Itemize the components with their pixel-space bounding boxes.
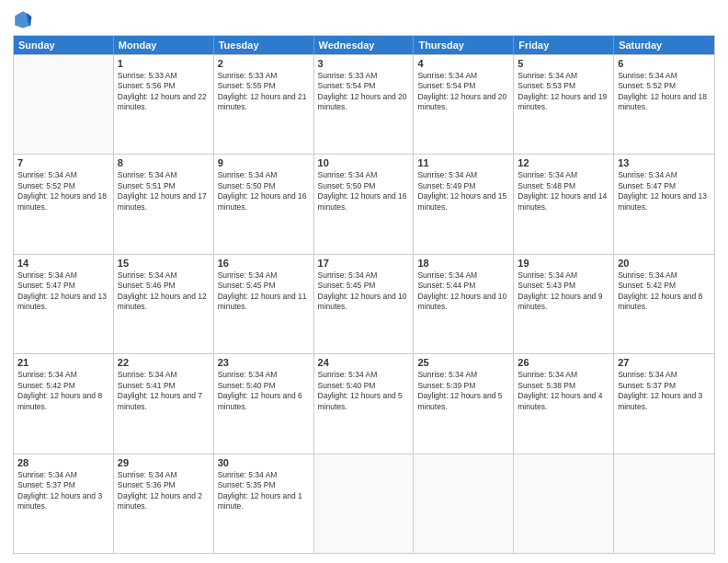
calendar-row-2: 7Sunrise: 5:34 AM Sunset: 5:52 PM Daylig… [14, 154, 714, 253]
day-number: 5 [518, 58, 609, 69]
calendar-cell [614, 454, 714, 553]
cell-info: Sunrise: 5:34 AM Sunset: 5:39 PM Dayligh… [417, 370, 509, 412]
day-number: 10 [318, 157, 410, 168]
calendar-cell: 4Sunrise: 5:34 AM Sunset: 5:54 PM Daylig… [414, 55, 514, 154]
cell-info: Sunrise: 5:34 AM Sunset: 5:40 PM Dayligh… [318, 370, 410, 412]
calendar-cell: 9Sunrise: 5:34 AM Sunset: 5:50 PM Daylig… [214, 155, 314, 253]
header [13, 9, 715, 29]
cell-info: Sunrise: 5:34 AM Sunset: 5:50 PM Dayligh… [218, 170, 310, 213]
day-number: 6 [618, 58, 711, 69]
cell-info: Sunrise: 5:34 AM Sunset: 5:42 PM Dayligh… [17, 370, 109, 412]
calendar-cell: 14Sunrise: 5:34 AM Sunset: 5:47 PM Dayli… [14, 255, 114, 353]
cell-info: Sunrise: 5:34 AM Sunset: 5:54 PM Dayligh… [417, 71, 509, 113]
calendar-cell: 7Sunrise: 5:34 AM Sunset: 5:52 PM Daylig… [14, 155, 114, 253]
calendar-cell: 19Sunrise: 5:34 AM Sunset: 5:43 PM Dayli… [514, 255, 614, 353]
calendar-cell: 16Sunrise: 5:34 AM Sunset: 5:45 PM Dayli… [214, 255, 314, 353]
calendar-cell: 25Sunrise: 5:34 AM Sunset: 5:39 PM Dayli… [414, 354, 514, 453]
day-number: 26 [518, 357, 609, 368]
day-number: 28 [17, 457, 109, 468]
calendar-cell [414, 454, 514, 553]
day-number: 21 [17, 357, 109, 368]
calendar-cell: 18Sunrise: 5:34 AM Sunset: 5:44 PM Dayli… [414, 255, 514, 353]
calendar-cell [314, 454, 415, 553]
calendar-row-3: 14Sunrise: 5:34 AM Sunset: 5:47 PM Dayli… [14, 254, 714, 353]
day-number: 30 [218, 457, 310, 468]
cell-info: Sunrise: 5:34 AM Sunset: 5:37 PM Dayligh… [17, 470, 109, 512]
day-number: 29 [118, 457, 210, 468]
day-number: 13 [618, 157, 711, 168]
day-number: 7 [17, 157, 109, 168]
calendar-cell: 1Sunrise: 5:33 AM Sunset: 5:56 PM Daylig… [114, 55, 214, 154]
day-number: 25 [417, 357, 509, 368]
cell-info: Sunrise: 5:34 AM Sunset: 5:41 PM Dayligh… [118, 370, 210, 412]
cell-info: Sunrise: 5:34 AM Sunset: 5:42 PM Dayligh… [618, 270, 711, 313]
calendar-cell: 13Sunrise: 5:34 AM Sunset: 5:47 PM Dayli… [614, 155, 714, 253]
day-number: 12 [518, 157, 609, 168]
calendar-cell: 20Sunrise: 5:34 AM Sunset: 5:42 PM Dayli… [614, 255, 714, 353]
calendar-cell: 26Sunrise: 5:34 AM Sunset: 5:38 PM Dayli… [514, 354, 614, 453]
calendar-row-1: 1Sunrise: 5:33 AM Sunset: 5:56 PM Daylig… [14, 54, 714, 154]
day-number: 4 [417, 58, 509, 69]
cell-info: Sunrise: 5:34 AM Sunset: 5:44 PM Dayligh… [417, 270, 509, 313]
cell-info: Sunrise: 5:34 AM Sunset: 5:53 PM Dayligh… [518, 71, 609, 113]
cell-info: Sunrise: 5:34 AM Sunset: 5:50 PM Dayligh… [318, 170, 410, 213]
cell-info: Sunrise: 5:34 AM Sunset: 5:47 PM Dayligh… [17, 270, 109, 313]
cell-info: Sunrise: 5:34 AM Sunset: 5:45 PM Dayligh… [218, 270, 310, 313]
day-number: 19 [518, 258, 609, 269]
day-number: 20 [618, 258, 711, 269]
day-number: 24 [318, 357, 410, 368]
day-number: 8 [118, 157, 210, 168]
logo-icon [13, 9, 33, 29]
calendar-cell: 28Sunrise: 5:34 AM Sunset: 5:37 PM Dayli… [14, 454, 114, 553]
cell-info: Sunrise: 5:34 AM Sunset: 5:51 PM Dayligh… [118, 170, 210, 213]
cell-info: Sunrise: 5:33 AM Sunset: 5:55 PM Dayligh… [218, 71, 310, 113]
cell-info: Sunrise: 5:34 AM Sunset: 5:38 PM Dayligh… [518, 370, 609, 412]
day-number: 14 [17, 258, 109, 269]
header-day-saturday: Saturday [614, 36, 714, 54]
day-number: 22 [118, 357, 210, 368]
calendar-cell: 21Sunrise: 5:34 AM Sunset: 5:42 PM Dayli… [14, 354, 114, 453]
header-day-wednesday: Wednesday [314, 36, 415, 54]
calendar-body: 1Sunrise: 5:33 AM Sunset: 5:56 PM Daylig… [14, 54, 714, 553]
calendar-cell: 17Sunrise: 5:34 AM Sunset: 5:45 PM Dayli… [314, 255, 415, 353]
calendar-cell: 22Sunrise: 5:34 AM Sunset: 5:41 PM Dayli… [114, 354, 214, 453]
calendar-cell: 11Sunrise: 5:34 AM Sunset: 5:49 PM Dayli… [414, 155, 514, 253]
cell-info: Sunrise: 5:34 AM Sunset: 5:35 PM Dayligh… [218, 470, 310, 512]
calendar-cell: 5Sunrise: 5:34 AM Sunset: 5:53 PM Daylig… [514, 55, 614, 154]
page: SundayMondayTuesdayWednesdayThursdayFrid… [0, 0, 728, 563]
calendar-header: SundayMondayTuesdayWednesdayThursdayFrid… [14, 36, 714, 54]
day-number: 15 [118, 258, 210, 269]
calendar-cell: 30Sunrise: 5:34 AM Sunset: 5:35 PM Dayli… [214, 454, 314, 553]
cell-info: Sunrise: 5:33 AM Sunset: 5:56 PM Dayligh… [118, 71, 210, 113]
calendar-cell: 12Sunrise: 5:34 AM Sunset: 5:48 PM Dayli… [514, 155, 614, 253]
calendar-cell: 2Sunrise: 5:33 AM Sunset: 5:55 PM Daylig… [214, 55, 314, 154]
cell-info: Sunrise: 5:34 AM Sunset: 5:48 PM Dayligh… [518, 170, 609, 213]
calendar-cell: 23Sunrise: 5:34 AM Sunset: 5:40 PM Dayli… [214, 354, 314, 453]
cell-info: Sunrise: 5:34 AM Sunset: 5:43 PM Dayligh… [518, 270, 609, 313]
calendar: SundayMondayTuesdayWednesdayThursdayFrid… [13, 35, 715, 554]
cell-info: Sunrise: 5:34 AM Sunset: 5:52 PM Dayligh… [17, 170, 109, 213]
calendar-cell: 3Sunrise: 5:33 AM Sunset: 5:54 PM Daylig… [314, 55, 415, 154]
calendar-cell: 6Sunrise: 5:34 AM Sunset: 5:52 PM Daylig… [614, 55, 714, 154]
logo [13, 9, 37, 29]
calendar-row-4: 21Sunrise: 5:34 AM Sunset: 5:42 PM Dayli… [14, 353, 714, 453]
calendar-cell [514, 454, 614, 553]
day-number: 17 [318, 258, 410, 269]
day-number: 16 [218, 258, 310, 269]
cell-info: Sunrise: 5:34 AM Sunset: 5:46 PM Dayligh… [118, 270, 210, 313]
day-number: 3 [318, 58, 410, 69]
day-number: 11 [417, 157, 509, 168]
calendar-cell: 29Sunrise: 5:34 AM Sunset: 5:36 PM Dayli… [114, 454, 214, 553]
header-day-monday: Monday [114, 36, 214, 54]
calendar-cell: 10Sunrise: 5:34 AM Sunset: 5:50 PM Dayli… [314, 155, 415, 253]
header-day-friday: Friday [514, 36, 614, 54]
calendar-row-5: 28Sunrise: 5:34 AM Sunset: 5:37 PM Dayli… [14, 454, 714, 553]
day-number: 18 [417, 258, 509, 269]
day-number: 23 [218, 357, 310, 368]
day-number: 9 [218, 157, 310, 168]
header-day-sunday: Sunday [14, 36, 114, 54]
header-day-tuesday: Tuesday [214, 36, 314, 54]
calendar-cell: 8Sunrise: 5:34 AM Sunset: 5:51 PM Daylig… [114, 155, 214, 253]
calendar-cell: 27Sunrise: 5:34 AM Sunset: 5:37 PM Dayli… [614, 354, 714, 453]
day-number: 2 [218, 58, 310, 69]
